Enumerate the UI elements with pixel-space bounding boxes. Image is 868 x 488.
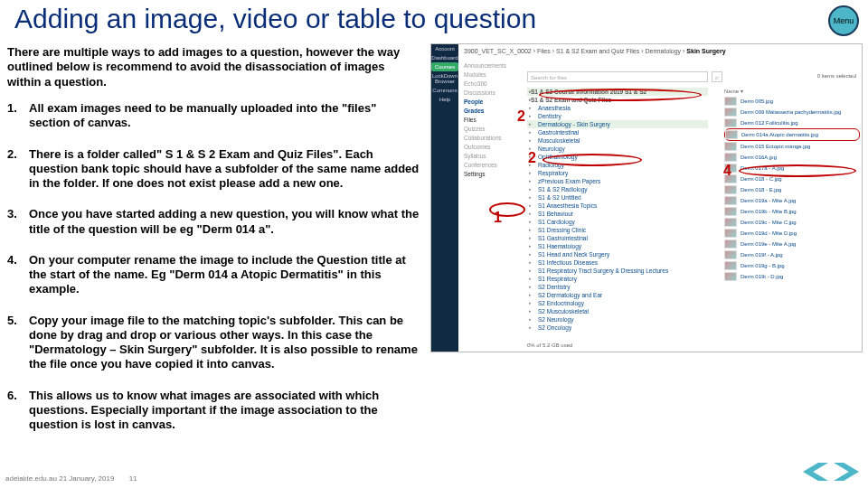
intro-text: There are multiple ways to add images to… xyxy=(7,45,416,89)
callout-oval-4 xyxy=(739,164,856,177)
search-icon[interactable]: ⌕ xyxy=(712,71,722,82)
menu-button[interactable]: Menu xyxy=(828,5,859,36)
file-row[interactable]: Derm 015 Ectopic mange.jpg xyxy=(724,141,860,152)
footer-date: 21 January, 2019 xyxy=(59,474,114,483)
storage-used: 0% of 5.2 GB used xyxy=(527,343,572,348)
search-input[interactable]: Search for files xyxy=(527,71,708,82)
file-row[interactable]: Derm 019c - Mite C.jpg xyxy=(724,217,860,228)
course-nav: AnnouncementsModulesEcho360DiscussionsPe… xyxy=(464,61,520,178)
file-row[interactable]: Derm 019d - Mite D.jpg xyxy=(724,228,860,239)
step-item: 3.Once you have started adding a new que… xyxy=(7,207,420,237)
callout-oval-2b xyxy=(542,154,642,166)
file-row[interactable]: Derm 014a Atopic dermatitis.jpg xyxy=(724,128,860,141)
folder-tree: S1 & S2 Course Information 2019 S1 & S2S… xyxy=(527,88,708,332)
step-item: 5.Copy your image file to the matching t… xyxy=(7,314,420,372)
next-arrow-icon[interactable] xyxy=(834,463,859,481)
step-item: 6.This allows us to know what images are… xyxy=(7,389,420,433)
callout-number-1: 1 xyxy=(494,210,502,226)
file-row[interactable]: Derm 018 - E.jpg xyxy=(724,184,860,195)
file-row[interactable]: Derm 019e - Mite A.jpg xyxy=(724,239,860,249)
file-row[interactable]: Derm 016A.jpg xyxy=(724,152,860,163)
footer-page: 11 xyxy=(129,474,137,483)
step-item: 1.All exam images need to be manually up… xyxy=(7,101,420,131)
breadcrumb: 3900_VET_SC_X_0002 › Files › S1 & S2 Exa… xyxy=(464,48,858,54)
footer: adelaide.edu.au 21 January, 2019 11 xyxy=(5,474,137,483)
steps-list: 1.All exam images need to be manually up… xyxy=(7,101,420,448)
file-row[interactable]: Derm 009 Malassezia pachydermatitis.jpg xyxy=(724,107,860,117)
prev-arrow-icon[interactable] xyxy=(803,463,828,481)
file-row[interactable]: Derm 019t - D.jpg xyxy=(724,271,860,282)
step-item: 2.There is a folder called" S 1 & S 2 Ex… xyxy=(7,147,420,192)
footer-site: adelaide.edu.au xyxy=(5,474,57,483)
file-row[interactable]: Derm 019a - Mite A.jpg xyxy=(724,195,860,206)
callout-number-4: 4 xyxy=(723,163,731,179)
page-title: Adding an image, video or table to quest… xyxy=(14,4,536,34)
file-row[interactable]: Derm 005.jpg xyxy=(724,96,860,107)
step-item: 4.On your computer rename the image to i… xyxy=(7,253,420,297)
file-list: Name ▾Derm 005.jpgDerm 009 Malassezia pa… xyxy=(724,88,860,282)
slide-nav xyxy=(803,463,859,481)
file-row[interactable]: Derm 012 Folliculitis.jpg xyxy=(724,117,860,128)
file-row[interactable]: Derm 019f - A.jpg xyxy=(724,249,860,260)
global-nav: AccountDashboardCoursesLockDown BrowserC… xyxy=(431,44,458,352)
callout-oval-2a xyxy=(539,89,702,101)
file-row[interactable]: Derm 019g - B.jpg xyxy=(724,260,860,271)
selection-count: 0 items selected xyxy=(817,73,856,79)
file-row[interactable]: Derm 019b - Mite B.jpg xyxy=(724,206,860,217)
callout-number-2a: 2 xyxy=(517,108,525,125)
callout-number-2b: 2 xyxy=(528,150,536,166)
